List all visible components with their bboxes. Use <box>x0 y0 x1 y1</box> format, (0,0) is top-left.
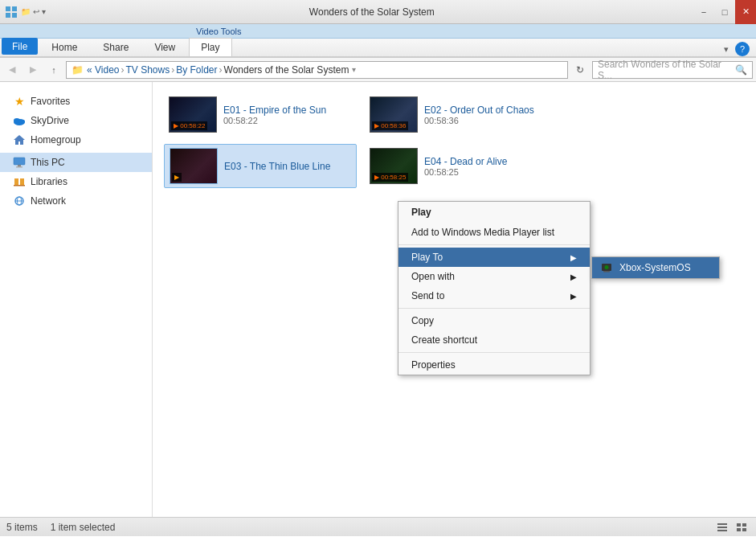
file-item-e04[interactable]: ▶ 00:58:25 E04 - Dead or Alive 00:58:25 <box>365 144 558 188</box>
refresh-button[interactable]: ↻ <box>571 61 589 79</box>
status-bar: 5 items 1 item selected <box>0 517 756 536</box>
file-item-e01[interactable]: ▶ 00:58:22 E01 - Empire of the Sun 00:58… <box>164 93 357 136</box>
quick-access: 📁 ↩ ▾ <box>21 7 46 16</box>
tab-file[interactable]: File <box>2 38 38 55</box>
breadcrumb-sep-2: › <box>171 64 174 76</box>
ctx-play-to-arrow: ▶ <box>570 253 577 262</box>
breadcrumb-video[interactable]: « Video <box>87 64 119 76</box>
ctx-send-to-label: Send to <box>411 290 444 301</box>
thispc-icon <box>13 156 26 169</box>
play-badge-e02: ▶ 00:58:36 <box>372 121 408 130</box>
ctx-xbox-systemOS[interactable]: Xbox-SystemOS <box>592 257 719 278</box>
svg-rect-25 <box>742 528 746 531</box>
ctx-open-with-arrow: ▶ <box>570 273 577 281</box>
breadcrumb-byfolder[interactable]: By Folder <box>176 64 217 76</box>
ctx-play-to[interactable]: Play To ▶ Xbox-SystemOS <box>398 248 590 267</box>
sidebar-item-libraries[interactable]: Libraries <box>0 172 152 191</box>
file-duration-e04: 00:58:25 <box>424 167 553 177</box>
sidebar-section-favorites: ★ Favorites SkyDrive Homegroup <box>0 92 152 150</box>
svg-rect-22 <box>737 523 741 527</box>
file-thumb-e04: ▶ 00:58:25 <box>370 148 418 184</box>
search-icon: 🔍 <box>735 64 747 76</box>
status-count: 5 items <box>6 522 38 533</box>
ctx-copy[interactable]: Copy <box>398 311 590 330</box>
file-thumb-e01: ▶ 00:58:22 <box>169 96 217 133</box>
ctx-send-to[interactable]: Send to ▶ <box>398 286 590 305</box>
file-name-e01: E01 - Empire of the Sun <box>223 105 352 116</box>
view-details-btn[interactable] <box>714 521 730 534</box>
file-item-e02[interactable]: ▶ 00:58:36 E02 - Order Out of Chaos 00:5… <box>365 93 558 136</box>
homegroup-icon <box>13 133 26 146</box>
address-folder-icon: 📁 <box>72 64 84 76</box>
sidebar-item-thispc[interactable]: This PC <box>0 153 152 172</box>
minimize-button[interactable]: − <box>693 0 714 24</box>
svg-rect-18 <box>603 271 610 273</box>
ctx-open-with-label: Open with <box>411 271 455 282</box>
ctx-properties-label: Properties <box>411 359 456 371</box>
svg-rect-7 <box>14 158 25 165</box>
playtto-submenu: Xbox-SystemOS <box>591 256 720 279</box>
file-info-e01: E01 - Empire of the Sun 00:58:22 <box>223 105 352 125</box>
sidebar-item-network[interactable]: Network <box>0 191 152 211</box>
ctx-send-to-arrow: ▶ <box>570 292 577 301</box>
ctx-add-to-wmp[interactable]: Add to Windows Media Player list <box>398 223 590 242</box>
sidebar-item-thispc-label: This PC <box>31 157 65 168</box>
close-button[interactable]: ✕ <box>735 0 756 24</box>
xbox-icon <box>600 261 613 274</box>
help-btn[interactable]: ? <box>735 42 750 56</box>
svg-point-6 <box>18 120 25 124</box>
tab-play[interactable]: Play <box>189 38 231 56</box>
window-title: Wonders of the Solar System <box>51 6 693 18</box>
view-large-icons-btn[interactable] <box>734 521 750 534</box>
maximize-button[interactable]: □ <box>714 0 735 24</box>
breadcrumb-sep-3: › <box>219 64 223 76</box>
xbox-label: Xbox-SystemOS <box>619 262 691 273</box>
ctx-sep-3 <box>398 352 590 353</box>
sidebar-item-network-label: Network <box>31 195 66 207</box>
ctx-play[interactable]: Play <box>398 202 590 223</box>
file-name-e04: E04 - Dead or Alive <box>424 156 553 167</box>
forward-button[interactable]: ▶ <box>24 61 42 79</box>
back-button[interactable]: ◀ <box>3 61 21 79</box>
ctx-create-shortcut[interactable]: Create shortcut <box>398 330 590 350</box>
svg-rect-19 <box>717 523 727 525</box>
context-menu: Play Add to Windows Media Player list Pl… <box>398 201 590 375</box>
ctx-sep-2 <box>398 308 590 309</box>
sidebar-item-favorites[interactable]: ★ Favorites <box>0 92 152 111</box>
svg-rect-23 <box>742 523 746 527</box>
svg-rect-24 <box>737 528 741 531</box>
sidebar-item-homegroup[interactable]: Homegroup <box>0 130 152 150</box>
svg-rect-20 <box>717 527 727 528</box>
ctx-play-to-label: Play To <box>411 252 443 263</box>
svg-rect-10 <box>14 178 18 185</box>
video-tools-bar: Video Tools <box>0 24 756 39</box>
file-grid: ▶ 00:58:22 E01 - Empire of the Sun 00:58… <box>161 90 748 191</box>
main-layout: ★ Favorites SkyDrive Homegroup <box>0 82 756 517</box>
window-controls: − □ ✕ <box>693 0 756 24</box>
libraries-icon <box>13 175 26 188</box>
ctx-open-with[interactable]: Open with ▶ <box>398 267 590 286</box>
tab-home[interactable]: Home <box>39 38 89 56</box>
file-info-e03: E03 - The Thin Blue Line <box>224 161 351 172</box>
ctx-properties[interactable]: Properties <box>398 355 590 375</box>
svg-rect-12 <box>14 185 25 186</box>
status-view-controls <box>714 521 750 534</box>
breadcrumb-tvshows[interactable]: TV Shows <box>125 64 170 76</box>
svg-rect-8 <box>18 165 21 166</box>
up-button[interactable]: ↑ <box>45 61 63 79</box>
svg-rect-1 <box>12 6 17 11</box>
breadcrumb-down-icon[interactable]: ▾ <box>352 65 356 74</box>
file-info-e04: E04 - Dead or Alive 00:58:25 <box>424 156 553 177</box>
svg-rect-3 <box>12 13 17 18</box>
search-box[interactable]: Search Wonders of the Solar S... 🔍 <box>592 61 753 79</box>
file-item-e03[interactable]: ▶ E03 - The Thin Blue Line <box>164 144 357 188</box>
skydrive-icon <box>13 114 26 127</box>
title-bar: 📁 ↩ ▾ Wonders of the Solar System − □ ✕ <box>0 0 756 24</box>
address-box[interactable]: 📁 « Video › TV Shows › By Folder › Wonde… <box>66 61 568 79</box>
content-area: ▶ 00:58:22 E01 - Empire of the Sun 00:58… <box>153 82 756 517</box>
sidebar-item-favorites-label: Favorites <box>31 96 70 107</box>
sidebar-item-skydrive[interactable]: SkyDrive <box>0 111 152 130</box>
tab-view[interactable]: View <box>142 38 187 56</box>
ribbon-expand-btn[interactable]: ▾ <box>724 44 729 55</box>
tab-share[interactable]: Share <box>91 38 141 56</box>
